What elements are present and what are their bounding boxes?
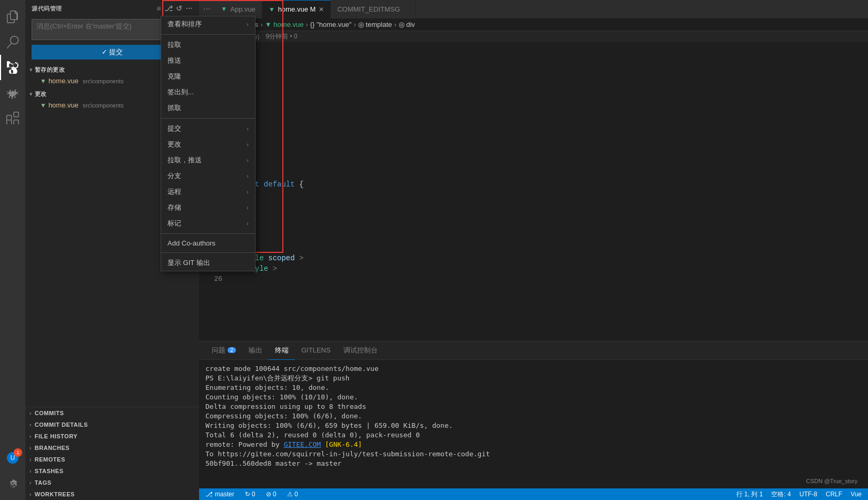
- tab-problems[interactable]: 问题 2: [205, 341, 242, 360]
- git-indicator: ▼: [40, 77, 46, 85]
- gnk-bracket: [GNK-6.4]: [325, 440, 362, 448]
- menu-fetch[interactable]: 抓取: [161, 100, 255, 116]
- stashes-label: STASHES: [35, 468, 64, 474]
- commit-details-label: COMMIT DETAILS: [35, 421, 88, 428]
- commit-details-section[interactable]: › COMMIT DETAILS: [25, 419, 199, 430]
- home-vue-close-icon[interactable]: ✕: [319, 6, 324, 13]
- bottom-panel: 问题 2 输出 终端 GITLENS 调试控制台 create mode 100…: [199, 341, 868, 488]
- context-menu: 查看和排序 › 拉取 推送 克隆 签出到... 抓取 提交 › 更改 › 拉取，…: [161, 16, 255, 271]
- warning-status[interactable]: ⚠ 0: [285, 491, 300, 498]
- source-control-icon[interactable]: [0, 55, 25, 80]
- breadcrumb-div[interactable]: ◎ div: [399, 21, 415, 28]
- extensions-icon[interactable]: [0, 105, 25, 131]
- indent-status[interactable]: 空格: 4: [769, 490, 793, 499]
- menu-branch[interactable]: 分支 ›: [161, 168, 255, 184]
- remote-submenu-arrow: ›: [246, 189, 249, 195]
- sync-status[interactable]: ↻ 0: [243, 491, 258, 498]
- menu-checkout[interactable]: 签出到...: [161, 84, 255, 100]
- changes-file-name: home.vue: [48, 101, 78, 109]
- eol-status[interactable]: CRLF: [824, 490, 844, 499]
- error-icon: ⊘ 0: [266, 491, 277, 498]
- file-history-section[interactable]: › FILE HISTORY: [25, 430, 199, 442]
- sidebar-title-actions: ≡ ⎇ ↺ ···: [156, 4, 193, 13]
- menu-stash[interactable]: 存储 ›: [161, 200, 255, 215]
- term-line-7: Writing objects: 100% (6/6), 659 bytes |…: [205, 421, 862, 430]
- remotes-chevron: ›: [29, 457, 32, 463]
- menu-changes[interactable]: 更改 ›: [161, 136, 255, 152]
- branch-label: master: [215, 491, 234, 498]
- branch-submenu-arrow: ›: [246, 173, 249, 179]
- file-history-chevron: ›: [29, 434, 32, 439]
- commits-section[interactable]: › COMMITS: [25, 407, 199, 419]
- staged-file-name: home.vue: [48, 77, 78, 85]
- menu-pull[interactable]: 拉取: [161, 37, 255, 53]
- error-status[interactable]: ⊘ 0: [264, 491, 279, 498]
- menu-remote[interactable]: 远程 ›: [161, 184, 255, 200]
- more-actions-icon[interactable]: ···: [186, 4, 193, 13]
- menu-clone[interactable]: 克隆: [161, 68, 255, 84]
- tab-debug-console[interactable]: 调试控制台: [337, 341, 384, 360]
- files-icon[interactable]: [0, 4, 25, 30]
- commits-chevron: ›: [29, 410, 32, 416]
- cursor-pos[interactable]: 行 1, 列 1: [734, 490, 765, 499]
- menu-tag[interactable]: 标记 ›: [161, 215, 255, 231]
- menu-add-coauthors[interactable]: Add Co-authors: [161, 236, 255, 250]
- term-line-5: Delta compression using up to 8 threads: [205, 402, 862, 411]
- code-line-brace2: {: [199, 211, 868, 221]
- tab-commit-editmsg[interactable]: COMMIT_EDITMSG ✕: [331, 0, 415, 18]
- commit-editmsg-label: COMMIT_EDITMSG: [337, 5, 400, 13]
- sidebar-title: 源代码管理: [32, 5, 62, 13]
- sidebar-title-bar: 源代码管理 ≡ ⎇ ↺ ···: [25, 0, 199, 17]
- branches-section[interactable]: › BRANCHES: [25, 442, 199, 454]
- commit-submenu-arrow: ›: [246, 125, 249, 132]
- stashes-chevron: ›: [29, 468, 32, 474]
- submenu-arrow: ›: [246, 21, 249, 27]
- encoding-status[interactable]: UTF-8: [797, 490, 820, 499]
- tag-submenu-arrow: ›: [246, 220, 249, 227]
- home-vue-icon: ▼: [269, 6, 275, 13]
- tab-bar: ··· ▼ App.vue ▼ home.vue M ✕ COMMIT_EDIT…: [199, 0, 868, 18]
- account-icon[interactable]: U 1: [0, 445, 25, 470]
- pull-push-submenu-arrow: ›: [246, 157, 249, 163]
- breadcrumb-template[interactable]: ◎ template: [358, 21, 392, 28]
- problems-badge: 2: [228, 347, 236, 353]
- menu-show-git-output[interactable]: 显示 GIT 输出: [161, 255, 255, 271]
- tab-home-vue[interactable]: ▼ home.vue M ✕: [262, 0, 331, 18]
- commit-details-chevron: ›: [29, 422, 32, 428]
- editor-area[interactable]: export default { { { 24: [199, 42, 868, 341]
- branch-icon[interactable]: ⎇: [164, 4, 173, 13]
- breadcrumb-file[interactable]: ▼ home.vue: [265, 21, 304, 28]
- tab-more-icon[interactable]: ···: [199, 4, 214, 14]
- tab-terminal[interactable]: 终端: [269, 341, 295, 360]
- code-line-24: 24 < style scoped >: [199, 253, 868, 263]
- worktrees-label: WORKTREES: [35, 491, 75, 497]
- gitee-link[interactable]: GITEE.COM: [284, 440, 321, 448]
- code-line-25: 25 </ style >: [199, 263, 868, 274]
- tab-gitlens[interactable]: GITLENS: [295, 341, 337, 360]
- breadcrumb-json[interactable]: {} "home.vue": [310, 21, 352, 28]
- bottom-sections: › COMMITS › COMMIT DETAILS › FILE HISTOR…: [25, 407, 199, 500]
- term-line-11: 50bf901..560ded8 master -> master: [205, 459, 862, 468]
- debug-icon[interactable]: [0, 80, 25, 105]
- menu-pull-push[interactable]: 拉取，推送 ›: [161, 152, 255, 168]
- menu-sep-2: [161, 118, 255, 119]
- terminal-content[interactable]: create mode 100644 src/components/home.v…: [199, 360, 868, 488]
- remotes-section[interactable]: › REMOTES: [25, 454, 199, 465]
- menu-view-sort[interactable]: 查看和排序 ›: [161, 16, 255, 32]
- tags-section[interactable]: › TAGS: [25, 477, 199, 488]
- tab-output[interactable]: 输出: [242, 341, 269, 360]
- list-view-icon[interactable]: ≡: [156, 4, 161, 13]
- language-status[interactable]: Vue: [849, 490, 864, 499]
- stashes-section[interactable]: › STASHES: [25, 465, 199, 477]
- settings-icon[interactable]: [0, 470, 25, 496]
- menu-push[interactable]: 推送: [161, 53, 255, 68]
- menu-commit[interactable]: 提交 ›: [161, 121, 255, 136]
- main-area: ··· ▼ App.vue ▼ home.vue M ✕ COMMIT_EDIT…: [199, 0, 868, 500]
- refresh-icon[interactable]: ↺: [176, 4, 183, 13]
- sync-icon: ↻ 0: [245, 491, 255, 498]
- code-line-26: 26: [199, 274, 868, 285]
- branch-status[interactable]: ⎇ master: [203, 491, 236, 498]
- code-line-empty1: [199, 190, 868, 200]
- search-icon[interactable]: [0, 30, 25, 55]
- worktrees-section[interactable]: › WORKTREES: [25, 488, 199, 500]
